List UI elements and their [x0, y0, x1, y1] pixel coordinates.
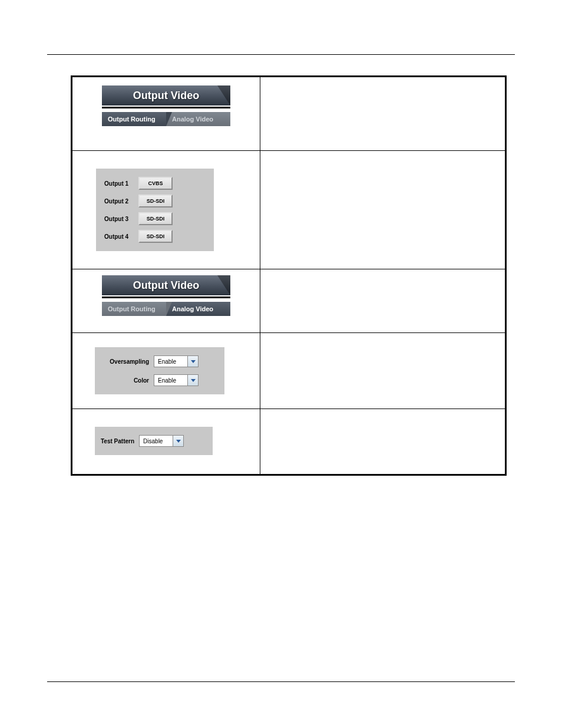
output-routing-panel: Output 1 CVBS Output 2 SD-SDI Output 3 S…	[96, 169, 214, 251]
oversampling-dropdown[interactable]: Enable	[154, 355, 199, 367]
color-dropdown-button[interactable]	[188, 374, 199, 386]
output-1-button[interactable]: CVBS	[138, 177, 173, 190]
test-pattern-dropdown[interactable]: Disable	[139, 435, 184, 447]
output-row-2: Output 2 SD-SDI	[104, 195, 206, 207]
banner-wrap-2: Output Video Output Routing Analog Video	[72, 269, 260, 316]
output-4-value: SD-SDI	[147, 233, 165, 239]
banner-title-2: Output Video	[133, 279, 200, 292]
test-pattern-value: Disable	[139, 435, 173, 447]
test-pattern-label: Test Pattern	[101, 438, 134, 444]
output-row-4: Output 4 SD-SDI	[104, 230, 206, 243]
tab-label: Analog Video	[172, 116, 213, 123]
output-1-value: CVBS	[148, 180, 163, 186]
color-row: Color Enable	[101, 374, 219, 386]
settings-table: Output Video Output Routing Analog Video	[71, 75, 507, 476]
output-4-label: Output 4	[104, 233, 138, 240]
tab-label: Output Routing	[108, 305, 156, 312]
desc-cell-4	[260, 333, 506, 409]
oversampling-value: Enable	[154, 355, 188, 367]
color-value: Enable	[154, 374, 188, 386]
color-label: Color	[101, 377, 154, 384]
output-3-label: Output 3	[104, 216, 138, 222]
chevron-down-icon	[191, 379, 196, 382]
tab-analog-video-1[interactable]: Analog Video	[166, 112, 230, 126]
test-pattern-dropdown-button[interactable]	[173, 435, 184, 447]
banner-title-1: Output Video	[133, 90, 200, 102]
banner-wrap-1: Output Video Output Routing Analog Video	[72, 77, 260, 126]
output-video-banner-1: Output Video	[102, 85, 230, 106]
desc-cell-2	[260, 151, 506, 269]
tab-label: Analog Video	[172, 305, 213, 312]
tab-output-routing-1[interactable]: Output Routing	[102, 112, 166, 126]
output-2-button[interactable]: SD-SDI	[138, 195, 173, 207]
tabbar-1: Output Routing Analog Video	[102, 112, 230, 126]
test-pattern-panel: Test Pattern Disable	[95, 427, 213, 455]
oversampling-label: Oversampling	[101, 358, 154, 365]
chevron-down-icon	[191, 360, 196, 363]
banner-underline-1	[102, 107, 230, 108]
tab-label: Output Routing	[108, 116, 156, 123]
output-row-3: Output 3 SD-SDI	[104, 212, 206, 225]
tabbar-2: Output Routing Analog Video	[102, 302, 230, 316]
output-row-1: Output 1 CVBS	[104, 177, 206, 190]
oversampling-dropdown-button[interactable]	[188, 355, 199, 367]
desc-cell-1	[260, 77, 506, 151]
output-1-label: Output 1	[104, 180, 138, 187]
desc-cell-5	[260, 409, 506, 475]
color-dropdown[interactable]: Enable	[154, 374, 199, 386]
analog-video-panel: Oversampling Enable Color Enable	[95, 347, 224, 394]
chevron-down-icon	[176, 440, 181, 443]
desc-cell-3	[260, 269, 506, 333]
tab-output-routing-2[interactable]: Output Routing	[102, 302, 166, 316]
banner-underline-2	[102, 297, 230, 298]
output-4-button[interactable]: SD-SDI	[138, 230, 173, 243]
output-3-button[interactable]: SD-SDI	[138, 212, 173, 225]
output-2-value: SD-SDI	[147, 198, 165, 204]
bottom-rule	[47, 681, 515, 682]
oversampling-row: Oversampling Enable	[101, 355, 219, 367]
output-2-label: Output 2	[104, 198, 138, 205]
top-rule	[47, 54, 515, 55]
output-3-value: SD-SDI	[147, 216, 165, 222]
output-video-banner-2: Output Video	[102, 275, 230, 295]
tab-analog-video-2[interactable]: Analog Video	[166, 302, 230, 316]
